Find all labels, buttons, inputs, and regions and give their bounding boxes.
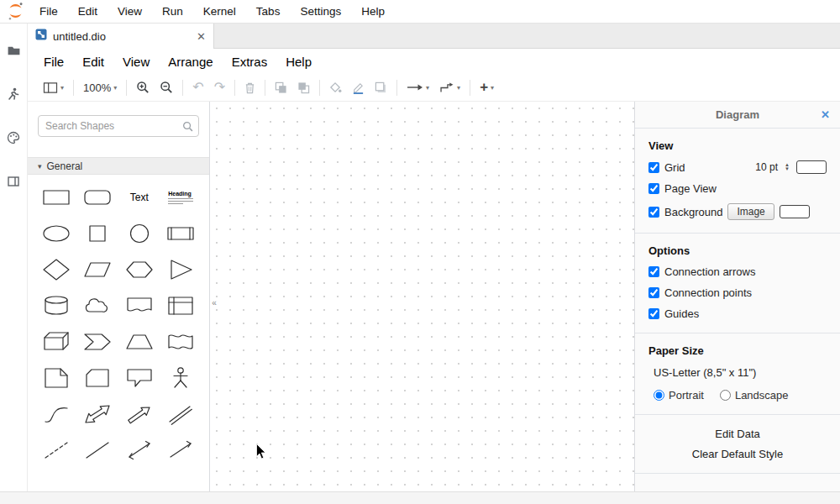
dio-menu-help[interactable]: Help: [276, 55, 321, 69]
dio-menu-extras[interactable]: Extras: [223, 55, 277, 69]
shape-trapezoid[interactable]: [122, 325, 157, 359]
zoom-level-dropdown[interactable]: 100% ▾: [78, 79, 122, 97]
background-checkbox[interactable]: [648, 207, 659, 218]
grid-size-value[interactable]: 10 pt: [755, 161, 778, 173]
jp-menu-tabs[interactable]: Tabs: [246, 5, 291, 18]
guides-label: Guides: [664, 307, 699, 320]
tab-close-icon[interactable]: ✕: [197, 30, 206, 43]
jupyter-left-sidebar: [0, 24, 28, 491]
dio-menu-edit[interactable]: Edit: [73, 55, 113, 69]
clear-default-style-link[interactable]: Clear Default Style: [648, 448, 827, 460]
jp-menu-run[interactable]: Run: [152, 5, 193, 18]
connection-style-dropdown[interactable]: ▾: [402, 80, 434, 95]
shape-bidirectional-connector[interactable]: [122, 433, 157, 467]
insert-dropdown[interactable]: + ▾: [475, 78, 499, 97]
view-heading: View: [648, 139, 827, 152]
shape-section-general[interactable]: ▾ General: [28, 157, 209, 175]
shape-triangle[interactable]: [163, 253, 198, 286]
undo-icon[interactable]: ↶: [187, 78, 208, 97]
shape-square[interactable]: [80, 217, 115, 250]
jp-menu-edit[interactable]: Edit: [68, 5, 108, 18]
shape-diamond[interactable]: [39, 253, 74, 286]
shape-link[interactable]: [163, 397, 198, 431]
landscape-radio[interactable]: [720, 390, 731, 401]
shape-rectangle[interactable]: [39, 181, 74, 214]
connection-arrows-checkbox[interactable]: [648, 266, 659, 277]
running-sessions-icon[interactable]: [0, 77, 27, 111]
chevron-down-icon: ▾: [38, 162, 42, 171]
jp-menu-help[interactable]: Help: [351, 5, 395, 18]
diagram-canvas[interactable]: «: [210, 102, 634, 491]
shape-cylinder[interactable]: [39, 289, 74, 323]
shape-ellipse[interactable]: [39, 217, 74, 250]
toolbar-separator: [73, 80, 74, 96]
shape-bidirectional-arrow[interactable]: [80, 397, 115, 431]
jp-menu-settings[interactable]: Settings: [290, 5, 351, 18]
edit-data-link[interactable]: Edit Data: [648, 428, 827, 440]
shape-note[interactable]: [39, 361, 74, 395]
background-color-swatch[interactable]: [780, 205, 810, 218]
stepper-down-icon[interactable]: ▼: [785, 167, 790, 171]
shape-line[interactable]: [80, 433, 115, 467]
shape-search-input[interactable]: [38, 115, 199, 137]
shape-text[interactable]: Text: [122, 181, 157, 214]
grid-size-stepper[interactable]: ▲ ▼: [785, 163, 790, 171]
background-image-button[interactable]: Image: [727, 203, 774, 220]
command-palette-icon[interactable]: [0, 121, 27, 155]
dio-menu-file[interactable]: File: [34, 55, 73, 69]
zoom-in-icon[interactable]: [131, 78, 155, 97]
shape-parallelogram[interactable]: [80, 253, 115, 286]
fill-color-icon[interactable]: [324, 79, 347, 97]
shape-process[interactable]: [163, 217, 198, 250]
shape-actor[interactable]: [163, 361, 198, 395]
waypoints-style-dropdown[interactable]: ▾: [434, 80, 465, 96]
shape-cube[interactable]: [39, 325, 74, 359]
paper-size-select[interactable]: US-Letter (8,5" x 11"): [654, 366, 827, 379]
shape-callout[interactable]: [122, 361, 157, 395]
shape-curve[interactable]: [39, 397, 74, 431]
jp-menu-kernel[interactable]: Kernel: [193, 5, 246, 18]
collapse-panel-icon[interactable]: «: [210, 291, 218, 313]
shape-document[interactable]: [122, 289, 157, 323]
line-color-icon[interactable]: [347, 79, 370, 97]
connection-points-checkbox[interactable]: [648, 287, 659, 298]
grid-color-swatch[interactable]: [796, 160, 827, 174]
view-layout-dropdown[interactable]: ▾: [38, 79, 69, 97]
redo-icon[interactable]: ↷: [209, 78, 230, 97]
page-view-row: Page View: [648, 182, 827, 195]
drawio-toolbar: ▾ 100% ▾ ↶ ↷: [28, 74, 840, 102]
shape-circle[interactable]: [122, 217, 157, 250]
shape-directional-connector[interactable]: [163, 433, 198, 467]
shape-heading[interactable]: Heading: [163, 181, 198, 214]
shape-section-label: General: [47, 160, 83, 172]
shape-hexagon[interactable]: [122, 253, 157, 286]
dio-menu-arrange[interactable]: Arrange: [159, 55, 222, 69]
dio-menu-view[interactable]: View: [113, 55, 159, 69]
zoom-out-icon[interactable]: [155, 78, 178, 97]
tab-untitled-dio[interactable]: untitled.dio ✕: [28, 24, 214, 49]
format-panel-close-icon[interactable]: ✕: [821, 108, 830, 121]
portrait-radio[interactable]: [654, 390, 664, 401]
shape-cloud[interactable]: [80, 289, 115, 323]
grid-checkbox[interactable]: [648, 162, 659, 173]
delete-icon[interactable]: [239, 79, 260, 97]
shadow-icon[interactable]: [370, 79, 392, 97]
shape-tape[interactable]: [163, 325, 198, 359]
guides-checkbox[interactable]: [648, 308, 659, 319]
shape-card[interactable]: [80, 361, 115, 395]
shape-rounded-rectangle[interactable]: [80, 181, 115, 214]
shape-dashed-line[interactable]: [39, 433, 74, 467]
shape-arrow[interactable]: [122, 397, 157, 431]
grid-label: Grid: [664, 161, 685, 174]
to-front-icon[interactable]: [270, 79, 292, 97]
open-tabs-icon[interactable]: [0, 165, 27, 198]
file-browser-icon[interactable]: [0, 34, 27, 67]
jp-menu-view[interactable]: View: [108, 5, 152, 18]
shape-step[interactable]: [80, 325, 115, 359]
format-panel: Diagram ✕ View Grid 10 pt ▲ ▼ Page View: [634, 102, 840, 491]
shape-internal-storage[interactable]: [163, 289, 198, 323]
grid-row: Grid 10 pt ▲ ▼: [648, 160, 827, 174]
to-back-icon[interactable]: [292, 79, 315, 97]
jp-menu-file[interactable]: File: [29, 5, 68, 18]
page-view-checkbox[interactable]: [648, 183, 659, 194]
